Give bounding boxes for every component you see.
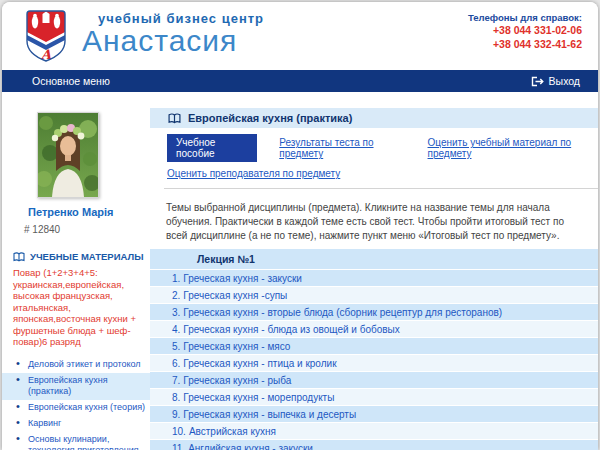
lecture-link[interactable]: Греческая кухня - мясо (183, 341, 290, 352)
course-description: Повар (1+2+3+4+5: украинская,европейская… (13, 267, 140, 348)
lecture-list: Лекция №1 1.Греческая кухня - закуски2.Г… (150, 249, 598, 450)
lecture-row: 11.Английская кухня - закуски (150, 440, 598, 450)
lecture-link[interactable]: Греческая кухня - птица и кролик (183, 358, 336, 369)
bullet-icon: • (16, 374, 20, 385)
main-menu-item[interactable]: Основное меню (32, 75, 110, 87)
intro-text: Темы выбранной дисциплины (предмета). Кл… (166, 201, 584, 243)
tab-link[interactable]: Результаты теста по предмету (279, 137, 405, 159)
lecture-link[interactable]: Греческая кухня - блюда из овощей и бобо… (183, 324, 399, 335)
lecture-row: 9.Греческая кухня - выпечка и десерты (150, 406, 598, 423)
lecture-rows: 1.Греческая кухня - закуски2.Греческая к… (150, 270, 598, 450)
tabs-row-1: Учебное пособиеРезультаты теста по предм… (167, 134, 598, 162)
brand-title: Анастасия (82, 26, 264, 56)
lecture-number: 6. (172, 358, 180, 369)
sidebar-materials-list: •Деловой этикет и протокол•Европейская к… (2, 357, 150, 450)
tab-link[interactable]: Оценить преподавателя по предмету (167, 168, 340, 179)
lecture-section-header: Лекция №1 (150, 249, 598, 270)
lecture-row: 1.Греческая кухня - закуски (150, 270, 598, 287)
lecture-number: 3. (172, 307, 180, 318)
user-id: # 12840 (24, 224, 150, 235)
lecture-number: 8. (172, 392, 180, 403)
lecture-row: 10.Австрийская кухня (150, 423, 598, 440)
sidebar-item[interactable]: •Европейская кухня (практика) (2, 373, 150, 400)
tab-link[interactable]: Оценить учебный материал по предмету (428, 137, 598, 159)
lecture-link[interactable]: Английская кухня - закуски (188, 443, 313, 450)
sidebar-item-label: Основы кулинарии, технология приготовлен… (28, 434, 139, 450)
lecture-number: 2. (172, 290, 180, 301)
lecture-number: 9. (172, 409, 180, 420)
sidebar-item-label: Деловой этикет и протокол (28, 359, 141, 369)
bullet-icon: • (16, 417, 20, 428)
lecture-link[interactable]: Греческая кухня - морепродукты (183, 392, 334, 403)
lecture-row: 4.Греческая кухня - блюда из овощей и бо… (150, 321, 598, 338)
user-name: Петренко Марія (28, 206, 150, 218)
phones-block: Телефоны для справок: +38 044 331-02-06 … (468, 12, 582, 51)
lecture-link[interactable]: Греческая кухня - выпечка и десерты (183, 409, 356, 420)
divider (164, 188, 598, 189)
brand: учебный бизнес центр Анастасия (82, 11, 264, 56)
main-menu-bar: Основное меню Выход (2, 70, 598, 92)
book-icon (168, 113, 181, 124)
lecture-number: 11. (172, 443, 185, 450)
bullet-icon: • (16, 401, 20, 412)
lecture-number: 10. (172, 426, 186, 437)
lecture-number: 4. (172, 324, 180, 335)
sidebar: Петренко Марія # 12840 УЧЕБНЫЕ МАТЕРИАЛЫ… (2, 92, 150, 450)
lecture-number: 7. (172, 375, 180, 386)
lecture-link[interactable]: Австрийская кухня (189, 426, 276, 437)
tab-active[interactable]: Учебное пособие (167, 134, 257, 162)
phone-number: +38 044 332-41-62 (468, 37, 582, 51)
lecture-number: 5. (172, 341, 180, 352)
main-area: Петренко Марія # 12840 УЧЕБНЫЕ МАТЕРИАЛЫ… (2, 92, 598, 450)
sidebar-item[interactable]: •Основы кулинарии, технология приготовле… (2, 432, 150, 450)
subject-title: Европейская кухня (практика) (188, 112, 352, 124)
exit-icon (531, 76, 544, 87)
sidebar-item-label: Европейская кухня (практика) (28, 375, 108, 396)
lecture-row: 5.Греческая кухня - мясо (150, 338, 598, 355)
bullet-icon: • (16, 433, 20, 444)
sidebar-item-label: Европейская кухня (теория) (28, 402, 145, 412)
book-icon (13, 252, 25, 262)
page: А учебный бизнес центр Анастасия Телефон… (2, 2, 598, 450)
lecture-link[interactable]: Греческая кухня - рыба (183, 375, 291, 386)
sidebar-item-label: Карвинг (28, 418, 61, 428)
lecture-row: 8.Греческая кухня - морепродукты (150, 389, 598, 406)
sidebar-item[interactable]: •Деловой этикет и протокол (2, 357, 150, 373)
sidebar-item[interactable]: •Карвинг (2, 416, 150, 432)
user-photo (37, 112, 99, 198)
materials-title: УЧЕБНЫЕ МАТЕРИАЛЫ (30, 251, 143, 262)
lecture-row: 3.Греческая кухня - вторые блюда (сборни… (150, 304, 598, 321)
materials-section-header: УЧЕБНЫЕ МАТЕРИАЛЫ (13, 251, 150, 262)
tabs-row-2: Оценить преподавателя по предмету (167, 168, 598, 179)
lecture-link[interactable]: Греческая кухня - закуски (183, 273, 302, 284)
lecture-link[interactable]: Греческая кухня - вторые блюда (сборник … (183, 307, 502, 318)
content: Европейская кухня (практика) Учебное пос… (150, 92, 598, 450)
lecture-row: 6.Греческая кухня - птица и кролик (150, 355, 598, 372)
lecture-row: 7.Греческая кухня - рыба (150, 372, 598, 389)
logout-button[interactable]: Выход (531, 75, 580, 87)
logout-label: Выход (549, 75, 580, 87)
sidebar-item[interactable]: •Европейская кухня (теория) (2, 400, 150, 416)
lecture-row: 2.Греческая кухня -супы (150, 287, 598, 304)
phones-label: Телефоны для справок: (468, 12, 582, 23)
top-header: А учебный бизнес центр Анастасия Телефон… (2, 2, 598, 70)
bullet-icon: • (16, 358, 20, 369)
lecture-link[interactable]: Греческая кухня -супы (183, 290, 287, 301)
logo-shield-icon: А (26, 9, 66, 63)
phone-number: +38 044 331-02-06 (468, 23, 582, 37)
lecture-number: 1. (172, 273, 180, 284)
subject-header: Европейская кухня (практика) (150, 108, 598, 128)
